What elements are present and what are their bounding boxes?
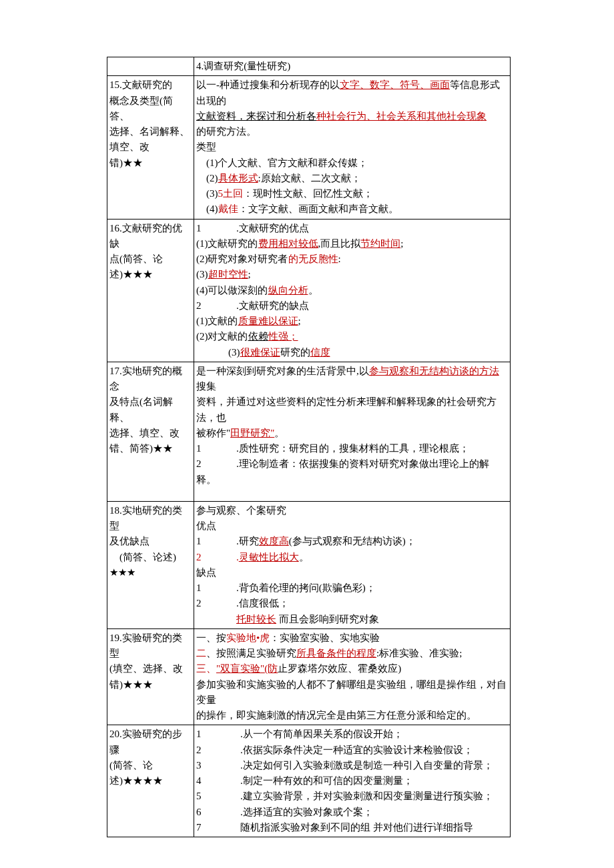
cell-text: 4.调查研究(量性研究) — [196, 61, 290, 71]
topic-title: 15.文献研究的 — [109, 77, 192, 93]
topic-title: 20.实验研究的步骤 — [109, 727, 192, 758]
line: 参加实验和实施实验的人都不了解哪组是实验组，哪组是操作组，对自变量 — [196, 677, 508, 709]
line: 资料，并通过对这些资料的定性分析来理解和解释现象的社会研究方法，也 — [196, 394, 508, 426]
line: 文献资料，来探讨和分析各种社会行为、社会关系和其他社会现象 — [196, 109, 508, 124]
topic-title: 18.实地研究的类型 — [109, 503, 192, 534]
table-row: 16.文献研究的优缺 点(简答、论 述)★★★ 1.文献研究的优点 (1)文献研… — [107, 219, 511, 362]
line: 1.背负着伦理的拷问(欺骗色彩)； — [196, 580, 508, 596]
line: (3)5土回：现时性文献、回忆性文献； — [196, 186, 508, 201]
line: 3.决定如何引入实验刺激或是制造一种引入自变量的背景； — [196, 758, 508, 773]
keyword: 很难保证 — [240, 347, 280, 358]
line: 优点 — [196, 518, 508, 534]
line: 二、按照满足实验研究所具备条件的程度:标准实验、准实验; — [196, 646, 508, 661]
keyword: 分析 — [288, 285, 308, 296]
topic-title: 述)★★★ — [109, 267, 192, 282]
line: 2.灵敏性比拟大。 — [196, 550, 508, 565]
keyword: 实验地•虎 — [226, 632, 270, 643]
line: (2)研究对象对研究者的无反胞性: — [196, 252, 508, 267]
topic-title: 点(简答、论 — [109, 252, 192, 267]
line: (1)个人文献、官方文献和群众传媒； — [196, 155, 508, 171]
keyword: 参与观察和无结构访谈的方法 — [369, 366, 499, 376]
line: 2.信度很低； — [196, 596, 508, 611]
topic-title: (简答、论述) — [109, 550, 192, 565]
line: 被称作"田野研究"。 — [196, 426, 508, 441]
keyword: "双盲实验" — [216, 663, 264, 674]
line: 7随机指派实验对象到不同的组 并对他们进行详细指导 — [196, 820, 508, 835]
line: (2)具体形式:原始文献、二次文献； — [196, 171, 508, 186]
topic-title: 16.文献研究的优缺 — [109, 221, 192, 252]
table-row: 20.实验研究的步骤 (简答、论 述)★★★★ 1.从一个有简单因果关系的假设开… — [107, 725, 511, 837]
table-row: 17.实地研究的概念 及特点(名词解释、 选择、填空、改 错、简答)★★ 是一种… — [107, 362, 511, 501]
keyword: 具体形式 — [218, 173, 258, 183]
keyword: 灵敏性比拟大 — [239, 552, 299, 562]
line: 参与观察、个案研究 — [196, 503, 508, 518]
study-table: 4.调查研究(量性研究) 15.文献研究的 概念及类型(简答、 选择、名词解释、… — [107, 57, 511, 837]
line: (1)文献的质量难以保证; — [196, 314, 508, 329]
keyword: 种社会行为、社会关系和其他社会现象 — [316, 111, 487, 121]
keyword: 托时较长 — [236, 614, 276, 624]
topic-title: 填空、改 — [109, 139, 192, 155]
keyword: 5土回 — [218, 188, 244, 199]
topic-title: 选择、名词解释、 — [109, 124, 192, 139]
topic-title: 错、简答)★★ — [109, 441, 192, 456]
line: 1.文献研究的优点 — [196, 221, 508, 236]
topic-title: 述)★★★★ — [109, 773, 192, 789]
line: (3)超时空性; — [196, 267, 508, 282]
table-row: 18.实地研究的类型 及优缺点 (简答、论述) ★★★ 参与观察、个案研究 优点… — [107, 501, 511, 628]
table-row: 15.文献研究的 概念及类型(简答、 选择、名词解释、 填空、改 错)★★ 以一… — [107, 76, 511, 219]
keyword: 信度 — [310, 347, 330, 358]
line: 一、按实验地•虎：实验室实验、实地实验 — [196, 630, 508, 646]
table-row: 4.调查研究(量性研究) — [107, 57, 511, 76]
line: 的研究方法。 — [196, 124, 508, 139]
line: 4.制定一种有效的和可信的因变量测量； — [196, 773, 508, 789]
line: 类型 — [196, 139, 508, 155]
line: 缺点 — [196, 565, 508, 580]
keyword: 质量难以保证 — [238, 316, 298, 326]
keyword: 所具备条件的程度 — [296, 648, 376, 659]
topic-title: 概念及类型(简答、 — [109, 93, 192, 125]
line: (4)戴佳：文字文献、画面文献和声音文献。 — [196, 201, 508, 217]
keyword: 超时空性 — [208, 269, 248, 280]
keyword: 效度高 — [259, 536, 289, 546]
keyword: 纵向 — [268, 285, 288, 296]
line: 托时较长 而且会影响到研究对象 — [196, 612, 508, 627]
line: 5.建立实验背景，并对实验刺激和因变量测量进行预实验； — [196, 789, 508, 804]
line: 的操作，即实施刺激的情况完全是由第三方任意分派和给定的。 — [196, 708, 508, 723]
line: 三、"双盲实验"(防止罗森塔尔效应、霍桑效应) — [196, 661, 508, 677]
keyword: 节约时间 — [360, 238, 400, 249]
topic-title: 选择、填空、改 — [109, 426, 192, 441]
line: 2.文献研究的缺点 — [196, 298, 508, 314]
line: (3)很难保证研究的信度 — [196, 345, 508, 360]
keyword: 的无反胞性 — [288, 254, 338, 264]
line: 1.从一个有简单因果关系的假设开始； — [196, 727, 508, 742]
line: 2.理论制造者：依据搜集的资料对研究对象做出理论上的解释。 — [196, 456, 508, 488]
topic-title: 19.实验研究的类型 — [109, 630, 192, 662]
line: 是一种深刻到研究对象的生活背景中,以参与观察和无结构访谈的方法搜集 — [196, 364, 508, 395]
keyword: 费用相对较低 — [258, 238, 318, 249]
topic-title: 错)★★ — [109, 155, 192, 171]
keyword: 文字、数字、符号、画面 — [340, 79, 450, 90]
line: (1)文献研究的费用相对较低,而且比拟节约时间; — [196, 236, 508, 252]
line: 1.研究效度高(参与式观察和无结构访谈)； — [196, 534, 508, 549]
topic-title: ★★★ — [109, 565, 192, 580]
topic-title: 17.实地研究的概念 — [109, 364, 192, 395]
line: 1.质性研究：研究目的，搜集材料的工具，理论根底； — [196, 441, 508, 456]
line: 2.依据实际条件决定一种适宜的实验设计来检验假设； — [196, 743, 508, 758]
keyword: 戴佳 — [218, 203, 238, 214]
table-row: 19.实验研究的类型 (填空、选择、改 错)★★★ 一、按实验地•虎：实验室实验… — [107, 628, 511, 725]
keyword: 田野研究" — [230, 428, 274, 438]
topic-title: 错)★★★ — [109, 677, 192, 693]
topic-title: 及优缺点 — [109, 534, 192, 549]
line: 以一-种通过搜集和分析现存的以文字、数字、符号、画面等信息形式出现的 — [196, 77, 508, 109]
keyword: 性强； — [268, 331, 298, 342]
line: (4)可以做深刻的纵向分析。 — [196, 283, 508, 298]
line: 6.选择适宜的实验对象或个案； — [196, 805, 508, 820]
topic-title: (简答、论 — [109, 758, 192, 773]
line: (2)对文献的依赖性强； — [196, 329, 508, 344]
topic-title: (填空、选择、改 — [109, 661, 192, 677]
topic-title: 及特点(名词解释、 — [109, 394, 192, 426]
